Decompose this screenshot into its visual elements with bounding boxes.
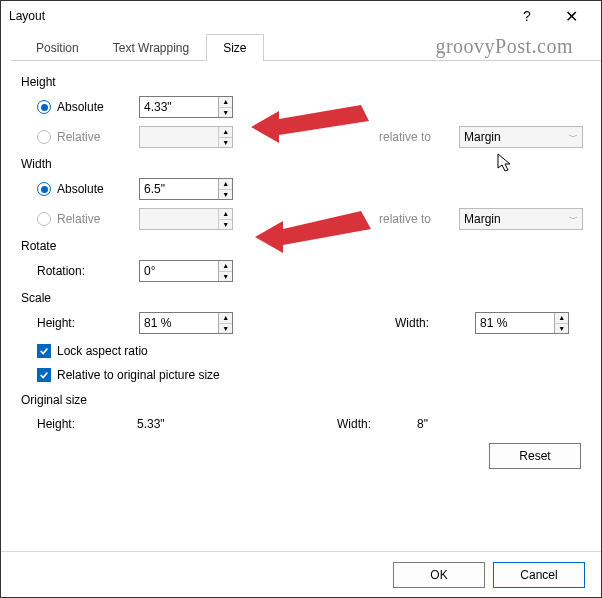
relative-original-label: Relative to original picture size bbox=[57, 368, 220, 382]
tab-size[interactable]: Size bbox=[206, 34, 263, 61]
section-width: Width bbox=[21, 157, 583, 171]
layout-dialog: Layout ? ✕ groovyPost.com Position Text … bbox=[0, 0, 602, 598]
down-arrow-icon: ▼ bbox=[219, 220, 232, 230]
width-relative-input: ▲▼ bbox=[139, 208, 233, 230]
lock-aspect-checkbox[interactable] bbox=[37, 344, 51, 358]
up-arrow-icon: ▲ bbox=[219, 209, 232, 220]
width-relative-radio[interactable] bbox=[37, 212, 51, 226]
down-arrow-icon[interactable]: ▼ bbox=[219, 190, 232, 200]
scale-width-label: Width: bbox=[395, 316, 475, 330]
original-height-label: Height: bbox=[21, 417, 137, 431]
scale-height-input[interactable]: ▲▼ bbox=[139, 312, 233, 334]
height-absolute-input[interactable]: ▲▼ bbox=[139, 96, 233, 118]
width-relative-to-select: Margin ﹀ bbox=[459, 208, 583, 230]
width-relative-to-label: relative to bbox=[379, 212, 459, 226]
close-button[interactable]: ✕ bbox=[549, 7, 593, 26]
original-width-label: Width: bbox=[337, 417, 417, 431]
down-arrow-icon: ▼ bbox=[219, 138, 232, 148]
height-relative-to-select: Margin ﹀ bbox=[459, 126, 583, 148]
width-absolute-label: Absolute bbox=[57, 182, 104, 196]
scale-width-input[interactable]: ▲▼ bbox=[475, 312, 569, 334]
ok-button[interactable]: OK bbox=[393, 562, 485, 588]
original-width-value: 8" bbox=[417, 417, 428, 431]
tab-position[interactable]: Position bbox=[19, 34, 96, 61]
width-absolute-input[interactable]: ▲▼ bbox=[139, 178, 233, 200]
relative-original-checkbox[interactable] bbox=[37, 368, 51, 382]
original-height-value: 5.33" bbox=[137, 417, 337, 431]
section-height: Height bbox=[21, 75, 583, 89]
dialog-title: Layout bbox=[9, 9, 505, 23]
down-arrow-icon[interactable]: ▼ bbox=[219, 108, 232, 118]
down-arrow-icon[interactable]: ▼ bbox=[555, 324, 568, 334]
height-relative-input: ▲▼ bbox=[139, 126, 233, 148]
rotation-label: Rotation: bbox=[37, 264, 85, 278]
up-arrow-icon[interactable]: ▲ bbox=[219, 179, 232, 190]
help-button[interactable]: ? bbox=[505, 8, 549, 24]
width-absolute-radio[interactable] bbox=[37, 182, 51, 196]
up-arrow-icon[interactable]: ▲ bbox=[219, 313, 232, 324]
rotation-input[interactable]: ▲▼ bbox=[139, 260, 233, 282]
up-arrow-icon[interactable]: ▲ bbox=[555, 313, 568, 324]
lock-aspect-label: Lock aspect ratio bbox=[57, 344, 148, 358]
tab-text-wrapping[interactable]: Text Wrapping bbox=[96, 34, 206, 61]
down-arrow-icon[interactable]: ▼ bbox=[219, 272, 232, 282]
height-relative-radio[interactable] bbox=[37, 130, 51, 144]
scale-height-label: Height: bbox=[37, 316, 75, 330]
up-arrow-icon[interactable]: ▲ bbox=[219, 261, 232, 272]
width-relative-label: Relative bbox=[57, 212, 100, 226]
height-relative-to-label: relative to bbox=[379, 130, 459, 144]
section-original: Original size bbox=[21, 393, 583, 407]
down-arrow-icon[interactable]: ▼ bbox=[219, 324, 232, 334]
title-bar: Layout ? ✕ bbox=[1, 1, 601, 31]
height-absolute-radio[interactable] bbox=[37, 100, 51, 114]
chevron-down-icon: ﹀ bbox=[569, 131, 578, 144]
reset-button[interactable]: Reset bbox=[489, 443, 581, 469]
cancel-button[interactable]: Cancel bbox=[493, 562, 585, 588]
dialog-body: Height Absolute ▲▼ Relative ▲▼ relative … bbox=[1, 61, 601, 477]
section-rotate: Rotate bbox=[21, 239, 583, 253]
dialog-footer: OK Cancel bbox=[1, 551, 601, 597]
section-scale: Scale bbox=[21, 291, 583, 305]
up-arrow-icon[interactable]: ▲ bbox=[219, 97, 232, 108]
up-arrow-icon: ▲ bbox=[219, 127, 232, 138]
height-absolute-label: Absolute bbox=[57, 100, 104, 114]
chevron-down-icon: ﹀ bbox=[569, 213, 578, 226]
height-relative-label: Relative bbox=[57, 130, 100, 144]
tab-strip: Position Text Wrapping Size bbox=[11, 33, 601, 61]
